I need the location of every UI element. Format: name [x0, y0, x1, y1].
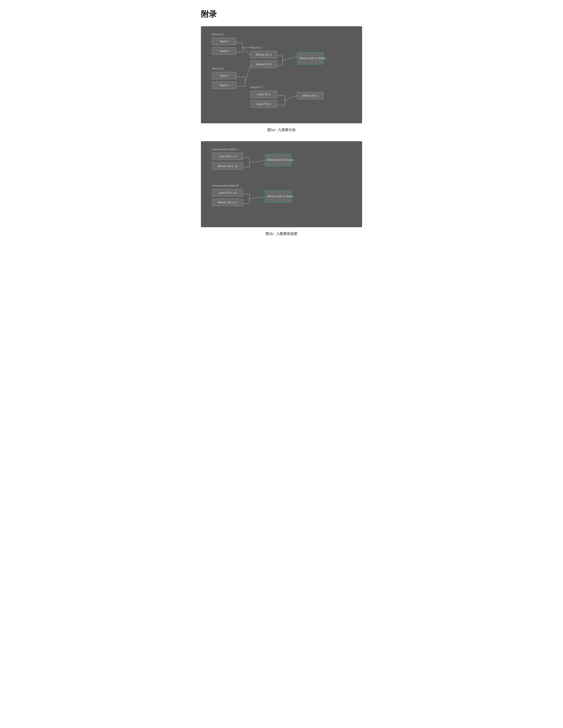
adv-match-b-label: Advancement Match B	[212, 184, 239, 187]
svg-line-12	[283, 57, 297, 61]
diagram-1b-container: Advancement Match A Loser R2-1, A Winner…	[201, 141, 362, 227]
adv-match-a-label: Advancement Match A	[212, 148, 238, 151]
loser-r1-1-box: Loser R1-1	[250, 91, 277, 98]
figure-1a-caption: 图1a - 入围赛分组	[201, 128, 362, 132]
adv-a-winner-box: Winner R2-2, B	[212, 162, 243, 170]
adv-a-loser-box: Loser R2-1, A	[212, 153, 243, 160]
winner-adv-swiss-1: Winner Adv to Swiss	[297, 52, 324, 64]
figure-1b-caption: 图1b - 入围赛晋级赛	[201, 232, 362, 236]
adv-b-winner-box: Winner R2-2, A	[212, 199, 243, 206]
team-4-box: Team 4	[212, 47, 236, 55]
winner-r1-1-box: Winner R1-1	[250, 51, 277, 58]
round-1-2-label: Round 1-2	[212, 67, 224, 70]
diagram-1a-container: Round 1-1 Team 1 Team 4 Round 1-2 Team 2…	[201, 26, 362, 123]
round-2-2-label: Round 2-2	[250, 86, 263, 89]
diagram-1b: Advancement Match A Loser R2-1, A Winner…	[210, 148, 353, 221]
winner-r1-2-box: Winner R1-2	[250, 61, 277, 68]
svg-line-4	[242, 47, 250, 56]
winner-r2-2-box: Winner R2-2	[297, 92, 324, 99]
winner-adv-swiss-a: Winner Adv to Swiss	[265, 154, 292, 166]
diagram-1a: Round 1-1 Team 1 Team 4 Round 1-2 Team 2…	[210, 33, 353, 117]
svg-line-24	[249, 197, 265, 199]
winner-adv-swiss-b: Winner Adv to Swiss	[265, 190, 292, 203]
svg-line-8	[245, 66, 250, 82]
adv-b-loser-box: Loser R2-1, B	[212, 189, 243, 196]
round-1-1-label: Round 1-1	[212, 33, 224, 36]
page-title: 附录	[201, 9, 362, 20]
svg-line-20	[249, 161, 265, 162]
loser-r1-2-box: Loser R1-2	[250, 100, 277, 108]
round-2-1-label: Round 2-1	[250, 46, 263, 49]
team-3-box: Team 3	[212, 82, 236, 89]
team-1-box: Team 1	[212, 38, 236, 45]
svg-line-16	[285, 96, 297, 100]
team-2-box: Team 2	[212, 72, 236, 79]
